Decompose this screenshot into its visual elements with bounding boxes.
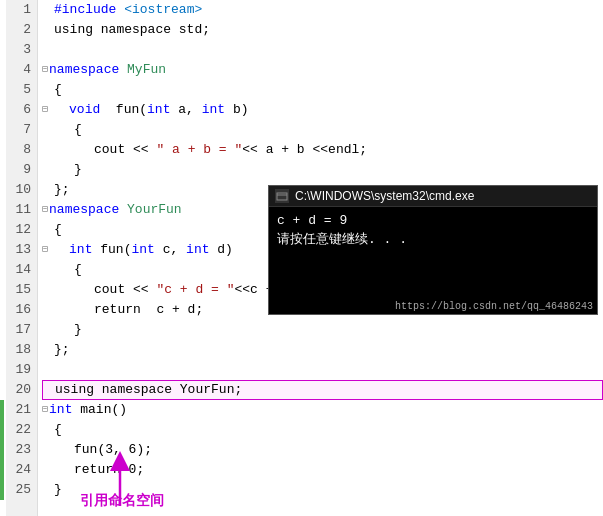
left-bar-18	[0, 340, 4, 360]
line-num-13: 13	[12, 240, 31, 260]
line-num-14: 14	[12, 260, 31, 280]
svg-rect-0	[277, 193, 287, 200]
left-bar-22	[0, 420, 4, 440]
token-13-2: int	[131, 240, 154, 260]
left-bar-10	[0, 180, 4, 200]
code-line-4: ⊟namespace MyFun	[42, 60, 603, 80]
left-bar-12	[0, 220, 4, 240]
code-line-17: }	[42, 320, 603, 340]
line-num-10: 10	[12, 180, 31, 200]
cmd-title-bar: C:\WINDOWS\system32\cmd.exe	[269, 186, 597, 207]
token-15-0: cout <<	[94, 280, 156, 300]
token-8-2: a + b =	[164, 140, 234, 160]
left-bar-24	[0, 460, 4, 480]
code-line-6: ⊟void fun(int a, int b)	[42, 100, 603, 120]
token-13-4: int	[186, 240, 209, 260]
token-16-0: return c + d;	[94, 300, 203, 320]
token-7-0: {	[74, 120, 82, 140]
left-bar-21	[0, 400, 4, 420]
line-num-16: 16	[12, 300, 31, 320]
token-6-5: b)	[225, 100, 248, 120]
left-bar-4	[0, 60, 4, 80]
token-13-5: d)	[209, 240, 232, 260]
token-8-0: cout <<	[94, 140, 156, 160]
fold-indicator-13[interactable]: ⊟	[42, 240, 48, 260]
line-num-3: 3	[12, 40, 31, 60]
token-1-1: <iostream>	[124, 0, 202, 20]
line-num-15: 15	[12, 280, 31, 300]
left-bar-2	[0, 20, 4, 40]
token-13-1: fun(	[92, 240, 131, 260]
cmd-content: c + d = 9请按任意键继续. . .	[269, 207, 597, 299]
code-line-1: #include <iostream>	[42, 0, 603, 20]
fold-indicator-11[interactable]: ⊟	[42, 200, 48, 220]
token-13-0: int	[69, 240, 92, 260]
left-bar-23	[0, 440, 4, 460]
token-2-0: using namespace std;	[54, 20, 210, 40]
fold-indicator-4[interactable]: ⊟	[42, 60, 48, 80]
line-num-17: 17	[12, 320, 31, 340]
line-num-22: 22	[12, 420, 31, 440]
left-bar-5	[0, 80, 4, 100]
token-11-1: YourFun	[127, 200, 182, 220]
code-line-23: fun(3, 6);	[42, 440, 603, 460]
token-1-0: #include	[54, 0, 124, 20]
left-bar-1	[0, 0, 4, 20]
token-18-0: };	[54, 340, 70, 360]
code-line-9: }	[42, 160, 603, 180]
line-num-2: 2	[12, 20, 31, 40]
line-num-1: 1	[12, 0, 31, 20]
line-num-25: 25	[12, 480, 31, 500]
line-num-6: 6	[12, 100, 31, 120]
token-6-3: a,	[170, 100, 201, 120]
left-bar-15	[0, 280, 4, 300]
cmd-line-1: 请按任意键继续. . .	[277, 230, 589, 248]
token-17-0: }	[74, 320, 82, 340]
left-bar-13	[0, 240, 4, 260]
cmd-overlay: C:\WINDOWS\system32\cmd.exe c + d = 9请按任…	[268, 185, 598, 315]
line-num-21: 21	[12, 400, 31, 420]
token-6-0: void	[69, 100, 100, 120]
fold-indicator-6[interactable]: ⊟	[42, 100, 48, 120]
cmd-title-text: C:\WINDOWS\system32\cmd.exe	[295, 189, 474, 203]
left-bar-14	[0, 260, 4, 280]
cmd-url: https://blog.csdn.net/qq_46486243	[269, 299, 597, 314]
token-14-0: {	[74, 260, 82, 280]
token-12-0: {	[54, 220, 62, 240]
left-bar-11	[0, 200, 4, 220]
cmd-icon	[275, 189, 289, 203]
token-21-1: main()	[72, 400, 127, 420]
code-line-22: {	[42, 420, 603, 440]
fold-indicator-21[interactable]: ⊟	[42, 400, 48, 420]
code-line-25: }	[42, 480, 603, 500]
code-line-7: {	[42, 120, 603, 140]
code-line-24: return 0;	[42, 460, 603, 480]
token-20-0: using namespace YourFun;	[55, 380, 242, 400]
token-6-2: int	[147, 100, 170, 120]
token-13-3: c,	[155, 240, 186, 260]
line-num-18: 18	[12, 340, 31, 360]
line-num-5: 5	[12, 80, 31, 100]
token-25-0: }	[54, 480, 62, 500]
token-22-0: {	[54, 420, 62, 440]
left-bar-20	[0, 380, 4, 400]
line-num-7: 7	[12, 120, 31, 140]
line-num-12: 12	[12, 220, 31, 240]
code-line-8: cout << " a + b = "<< a + b <<endl;	[42, 140, 603, 160]
line-num-8: 8	[12, 140, 31, 160]
line-num-23: 23	[12, 440, 31, 460]
left-bar-8	[0, 140, 4, 160]
token-23-0: fun(3, 6);	[74, 440, 152, 460]
token-8-3: "	[234, 140, 242, 160]
line-num-19: 19	[12, 360, 31, 380]
left-bar-17	[0, 320, 4, 340]
code-line-5: {	[42, 80, 603, 100]
token-10-0: };	[54, 180, 70, 200]
left-bar-7	[0, 120, 4, 140]
token-9-0: }	[74, 160, 82, 180]
token-4-0: namespace	[49, 60, 127, 80]
left-bar-16	[0, 300, 4, 320]
code-line-21: ⊟int main()	[42, 400, 603, 420]
code-line-18: };	[42, 340, 603, 360]
line-num-24: 24	[12, 460, 31, 480]
